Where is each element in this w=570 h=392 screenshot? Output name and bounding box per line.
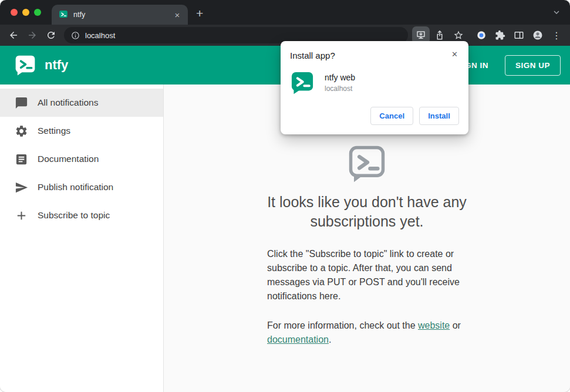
tab-close-icon[interactable]: × <box>173 10 182 20</box>
brand-name: ntfy <box>45 58 68 73</box>
website-link[interactable]: website <box>418 320 450 330</box>
plus-icon <box>15 209 28 222</box>
extensions-puzzle-icon[interactable] <box>491 26 509 44</box>
sidebar-item-label: Publish notification <box>38 182 113 192</box>
minimize-window-button[interactable] <box>22 9 29 16</box>
popup-app-info: ntfy web localhost <box>325 73 355 93</box>
forward-button <box>23 26 41 44</box>
browser-tab-ntfy[interactable]: ntfy × <box>52 5 188 25</box>
toolbar-right-group: ⋮ <box>473 26 565 44</box>
install-app-popup: Install app? ✕ ntfy web localhost Cancel… <box>281 41 468 134</box>
sidebar-item-all-notifications[interactable]: All notifications <box>0 89 163 117</box>
ntfy-favicon-icon <box>59 10 68 19</box>
more-info-text: For more information, check out the <box>267 320 418 330</box>
sidebar-item-documentation[interactable]: Documentation <box>0 145 163 173</box>
site-info-icon[interactable] <box>71 31 80 40</box>
popup-app-name: ntfy web <box>325 73 355 82</box>
close-window-button[interactable] <box>11 9 18 16</box>
more-info-paragraph: For more information, check out the webs… <box>267 319 467 347</box>
gear-icon <box>15 124 28 138</box>
browser-window: ntfy × + localhost <box>0 0 570 392</box>
profile-avatar[interactable] <box>529 26 547 44</box>
sidebar-item-label: Settings <box>38 126 70 136</box>
empty-state-heading: It looks like you don't have any subscri… <box>240 192 494 232</box>
tab-search-chevron-icon[interactable] <box>551 7 562 18</box>
chat-icon <box>15 96 28 110</box>
sidebar-item-settings[interactable]: Settings <box>0 117 163 145</box>
more-info-text: or <box>450 320 461 330</box>
window-controls <box>0 9 52 16</box>
more-info-text: . <box>329 334 331 344</box>
install-button[interactable]: Install <box>419 107 459 125</box>
sidebar-item-label: Subscribe to topic <box>38 210 110 221</box>
sign-up-button[interactable]: SIGN UP <box>505 55 561 76</box>
back-button[interactable] <box>5 26 22 44</box>
sidebar-item-publish-notification[interactable]: Publish notification <box>0 173 163 201</box>
tab-title: ntfy <box>73 11 167 19</box>
url-text: localhost <box>85 31 115 40</box>
popup-app-origin: localhost <box>325 85 355 93</box>
sidebar-item-subscribe-to-topic[interactable]: Subscribe to topic <box>0 201 163 229</box>
send-icon <box>15 181 28 194</box>
sidebar-item-label: Documentation <box>38 154 99 164</box>
zoom-window-button[interactable] <box>34 9 41 16</box>
cancel-button[interactable]: Cancel <box>370 107 413 125</box>
side-panel-icon[interactable] <box>510 26 528 44</box>
documentation-link[interactable]: documentation <box>267 334 329 344</box>
popup-actions: Cancel Install <box>290 107 459 125</box>
sidebar-item-label: All notifications <box>38 97 98 108</box>
new-tab-button[interactable]: + <box>196 6 203 21</box>
article-icon <box>15 153 28 166</box>
reload-button[interactable] <box>42 26 60 44</box>
popup-close-icon[interactable]: ✕ <box>450 49 459 60</box>
popup-app-row: ntfy web localhost <box>290 70 459 95</box>
ntfy-logo-icon <box>14 54 36 76</box>
browser-menu-icon[interactable]: ⋮ <box>548 26 565 44</box>
extension-badge-icon[interactable] <box>473 26 490 44</box>
sidebar: All notifications Settings Documentation… <box>0 85 164 392</box>
popup-title: Install app? <box>290 50 459 60</box>
tab-strip: ntfy × + <box>0 0 570 25</box>
empty-state-paragraph: Click the "Subscribe to topic" link to c… <box>267 247 467 303</box>
ntfy-empty-state-logo-icon <box>348 144 386 183</box>
ntfy-app-icon <box>290 70 315 95</box>
